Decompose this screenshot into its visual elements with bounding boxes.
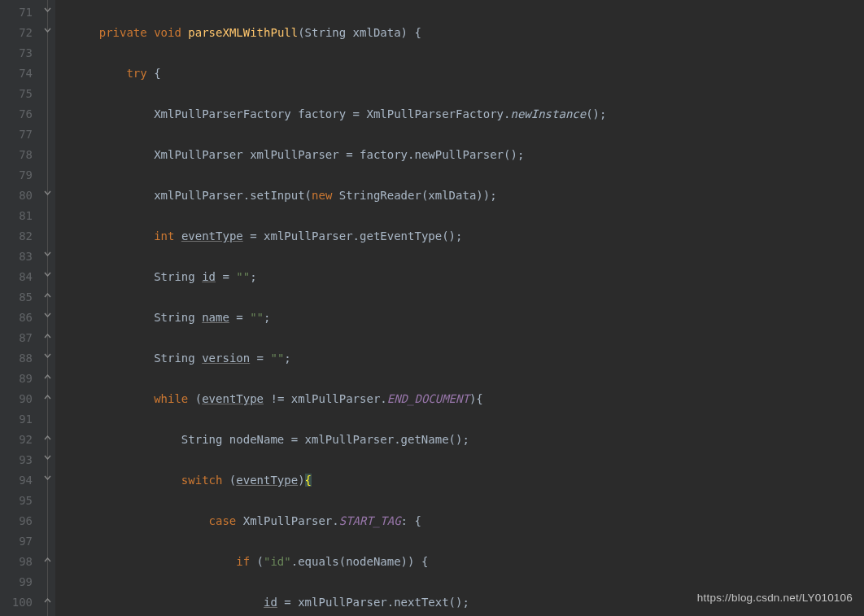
- line-number[interactable]: 92: [0, 430, 33, 450]
- line-number[interactable]: 79: [0, 165, 33, 186]
- line-number[interactable]: 97: [0, 531, 33, 552]
- line-number[interactable]: 76: [0, 104, 33, 125]
- line-number[interactable]: 74: [0, 63, 33, 84]
- fold-open-icon[interactable]: [44, 7, 51, 14]
- code-line[interactable]: String name = "";: [72, 308, 864, 328]
- fold-open-icon[interactable]: [44, 27, 51, 34]
- line-number[interactable]: 93: [0, 450, 33, 470]
- line-number[interactable]: 98: [0, 552, 33, 572]
- line-number[interactable]: 95: [0, 491, 33, 511]
- line-number[interactable]: 86: [0, 308, 33, 328]
- line-number[interactable]: 88: [0, 348, 33, 369]
- line-number[interactable]: 73: [0, 43, 33, 63]
- fold-open-icon[interactable]: [44, 271, 51, 278]
- code-line[interactable]: String nodeName = xmlPullParser.getName(…: [72, 430, 864, 450]
- code-line[interactable]: int eventType = xmlPullParser.getEventTy…: [72, 226, 864, 247]
- fold-open-icon[interactable]: [44, 352, 51, 360]
- code-line[interactable]: switch (eventType){: [72, 470, 864, 491]
- code-line[interactable]: if ("id".equals(nodeName)) {: [72, 552, 864, 572]
- line-number[interactable]: 75: [0, 84, 33, 104]
- fold-close-icon[interactable]: [44, 596, 51, 604]
- watermark-text: https://blog.csdn.net/LY010106: [697, 588, 853, 608]
- line-number[interactable]: 99: [0, 572, 33, 592]
- code-line[interactable]: XmlPullParserFactory factory = XmlPullPa…: [72, 104, 864, 125]
- line-number-gutter[interactable]: 7172737475767778798081828384858687888990…: [0, 0, 41, 616]
- line-number[interactable]: 82: [0, 226, 33, 247]
- fold-open-icon[interactable]: [44, 312, 51, 319]
- fold-close-icon[interactable]: [44, 332, 51, 339]
- code-line[interactable]: xmlPullParser.setInput(new StringReader(…: [72, 186, 864, 206]
- line-number[interactable]: 100: [0, 592, 33, 613]
- fold-close-icon[interactable]: [44, 434, 51, 441]
- fold-open-icon[interactable]: [44, 454, 51, 461]
- line-number[interactable]: 81: [0, 206, 33, 226]
- code-line[interactable]: case XmlPullParser.START_TAG: {: [72, 511, 864, 531]
- fold-close-icon[interactable]: [44, 556, 51, 563]
- line-number[interactable]: 91: [0, 409, 33, 430]
- line-number[interactable]: 77: [0, 125, 33, 145]
- fold-open-icon[interactable]: [44, 251, 51, 258]
- line-number[interactable]: 90: [0, 389, 33, 409]
- fold-open-icon[interactable]: [44, 190, 51, 197]
- code-line[interactable]: while (eventType != xmlPullParser.END_DO…: [72, 389, 864, 409]
- fold-close-icon[interactable]: [44, 291, 51, 299]
- code-line[interactable]: try {: [72, 63, 864, 84]
- fold-close-icon[interactable]: [44, 373, 51, 380]
- fold-close-icon[interactable]: [44, 393, 51, 400]
- line-number[interactable]: 89: [0, 369, 33, 389]
- line-number[interactable]: 72: [0, 23, 33, 43]
- code-line[interactable]: XmlPullParser xmlPullParser = factory.ne…: [72, 145, 864, 165]
- code-area[interactable]: private void parseXMLWithPull(String xml…: [55, 0, 864, 616]
- line-number[interactable]: 96: [0, 511, 33, 531]
- code-line[interactable]: private void parseXMLWithPull(String xml…: [72, 23, 864, 43]
- code-line[interactable]: String id = "";: [72, 267, 864, 287]
- line-number[interactable]: 78: [0, 145, 33, 165]
- line-number[interactable]: 71: [0, 2, 33, 23]
- line-number[interactable]: 85: [0, 287, 33, 308]
- line-number[interactable]: 94: [0, 470, 33, 491]
- line-number[interactable]: 87: [0, 328, 33, 348]
- code-editor: 7172737475767778798081828384858687888990…: [0, 0, 864, 616]
- fold-open-icon[interactable]: [44, 474, 51, 482]
- line-number[interactable]: 83: [0, 247, 33, 267]
- line-number[interactable]: 80: [0, 186, 33, 206]
- fold-gutter[interactable]: [41, 0, 55, 616]
- line-number[interactable]: 84: [0, 267, 33, 287]
- code-line[interactable]: String version = "";: [72, 348, 864, 369]
